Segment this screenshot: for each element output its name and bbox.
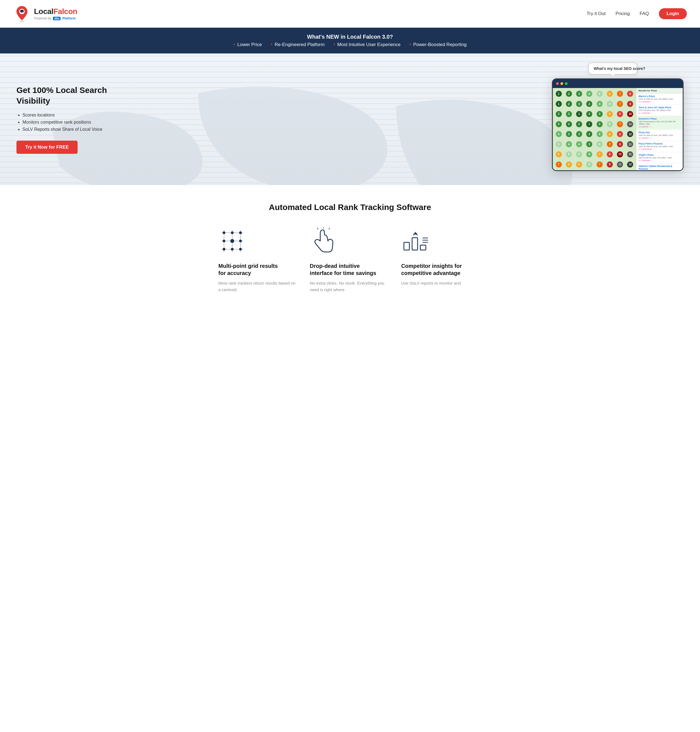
rank-cell: 5	[605, 99, 615, 109]
rank-cell: 7	[615, 89, 625, 99]
rank-cell: 12	[625, 129, 635, 139]
rank-dot: 11	[627, 141, 633, 147]
result-name: Gino & Joe's NY Style Pizza	[638, 106, 681, 109]
rank-cell: 3	[574, 129, 584, 139]
rank-cell: 5	[595, 89, 604, 99]
rank-dot: 4	[597, 131, 603, 137]
bullet-icon: •	[271, 42, 272, 47]
hero-list-item: SoLV Reports show Share of Local Voice	[22, 127, 132, 132]
rank-cell: 2	[564, 89, 574, 99]
rank-cell: 2	[585, 99, 594, 109]
rank-dot: 9	[607, 162, 613, 168]
rank-dot: 1	[576, 111, 582, 117]
banner-items: • Lower Price • Re-Engineered Platform •…	[7, 42, 693, 47]
rank-dot: 8	[627, 91, 633, 97]
rank-dot: 5	[576, 151, 582, 157]
rank-dot: 2	[556, 111, 562, 117]
rank-cell: 11	[615, 160, 625, 169]
rank-grid: 1234567812324579231236810322135711433246…	[553, 88, 636, 170]
rank-dot: 6	[607, 131, 613, 137]
rank-cell: 5	[574, 150, 584, 159]
rank-cell: 3	[585, 140, 594, 149]
result-name: Domino's Pizza	[638, 118, 681, 120]
rank-cell: 9	[605, 160, 615, 169]
competitor-icon	[401, 227, 429, 255]
rank-dot: 8	[617, 111, 623, 117]
nav-pricing[interactable]: Pricing	[616, 11, 630, 16]
rank-cell: 4	[574, 140, 584, 149]
result-name: Pizza Hut	[638, 131, 681, 134]
banner-item-reengineered: • Re-Engineered Platform	[271, 42, 325, 47]
rank-cell: 10	[625, 109, 635, 119]
result-item: Pizza Hut 2003 W 26th St, Erie, PA 16505…	[637, 130, 683, 141]
rank-dot: 9	[617, 141, 623, 147]
feature-heading-interface: Drop-dead intuitive interface for time s…	[310, 262, 390, 276]
rank-cell: 11	[625, 140, 635, 149]
rank-cell: 3	[574, 89, 584, 99]
result-address: 1307 Peninsula Dr, Erie, PA 214 NW, PA 1…	[638, 121, 681, 125]
rank-cell: 1	[574, 109, 584, 119]
feature-desc-interface: No extra clicks. No clunk. Everything yo…	[310, 280, 390, 293]
result-name: Virgil's Pizza	[638, 154, 681, 156]
rank-dot: 3	[566, 111, 572, 117]
results-header: Results for 'Pizza'	[637, 88, 683, 94]
rank-cell: 2	[574, 119, 584, 129]
try-free-button[interactable]: Try it Now for FREE	[16, 141, 78, 154]
nav-faq[interactable]: FAQ	[640, 11, 649, 16]
rank-cell: 3	[554, 119, 563, 129]
rank-cell: 7	[605, 140, 615, 149]
speech-bubble: What's my local SEO score?	[588, 63, 637, 75]
features-grid: Multi-point grid results for accuracy Mo…	[219, 227, 482, 293]
rank-dot: 4	[566, 141, 572, 147]
rank-dot: 4	[576, 141, 582, 147]
result-rating: 3.8 ★★★☆☆	[638, 126, 681, 128]
traffic-light-red	[556, 82, 559, 85]
rank-dot: 5	[597, 141, 603, 147]
dba-badge: dba	[53, 17, 60, 20]
svg-point-18	[239, 248, 242, 251]
result-item: Pizza Pete's Pizzeria 1523 W 26th St, Er…	[637, 141, 683, 152]
rank-dot: 3	[556, 121, 562, 127]
rank-dot: 8	[607, 151, 613, 157]
rank-dot: 3	[566, 131, 572, 137]
svg-point-13	[223, 240, 225, 243]
result-item: Gino & Joe's NY Style Pizza 3707 PA-844,…	[637, 105, 683, 116]
result-rating: 4.2 ★★★★☆	[638, 159, 681, 162]
result-address: 1523 W 26th St, Erie, PA 16505, USA	[638, 145, 681, 148]
map-area: 1234567812324579231236810322135711433246…	[553, 88, 636, 170]
rank-dot: 7	[617, 101, 623, 107]
rank-cell: 11	[625, 119, 635, 129]
rank-cell: 12	[625, 160, 635, 169]
svg-point-0	[19, 21, 25, 22]
rank-dot: 4	[586, 151, 592, 157]
banner-item-ux: • Most Intuitive User Experience	[334, 42, 401, 47]
rank-cell: 5	[595, 140, 604, 149]
powered-by: Powered by dba Platform	[34, 16, 77, 20]
hero-left: Get 100% Local Search Visibility Scores …	[16, 85, 132, 154]
result-rating: 3.5 ★★★☆☆	[638, 137, 681, 139]
svg-point-15	[239, 240, 242, 243]
rank-cell: 6	[574, 160, 584, 169]
rank-dot: 6	[607, 91, 613, 97]
nav-try-it-out[interactable]: Try it Out	[587, 11, 605, 16]
rank-dot: 5	[556, 141, 562, 147]
rank-dot: 4	[556, 131, 562, 137]
rank-dot: 9	[627, 101, 633, 107]
rank-dot: 11	[627, 121, 633, 127]
rank-cell: 6	[605, 89, 615, 99]
banner-item-lower-price: • Lower Price	[233, 42, 262, 47]
traffic-light-green	[565, 82, 568, 85]
rank-dot: 5	[607, 101, 613, 107]
rank-cell: 1	[585, 119, 594, 129]
result-item: Marco's Pizza 2701 W 26th St, Erie, PA 1…	[637, 94, 683, 105]
nav-links: Try it Out Pricing FAQ Login	[587, 8, 687, 19]
rank-dot: 2	[586, 111, 592, 117]
rank-cell: 3	[564, 129, 574, 139]
rank-dot: 5	[566, 151, 572, 157]
rank-cell: 9	[625, 99, 635, 109]
result-rating: 4.1 ★★★★☆	[638, 112, 681, 114]
login-button[interactable]: Login	[659, 8, 687, 19]
rank-cell: 8	[605, 150, 615, 159]
feature-heading-grid: Multi-point grid results for accuracy	[219, 262, 299, 276]
feature-card-competitor: Competitor insights for competitive adva…	[401, 227, 481, 293]
